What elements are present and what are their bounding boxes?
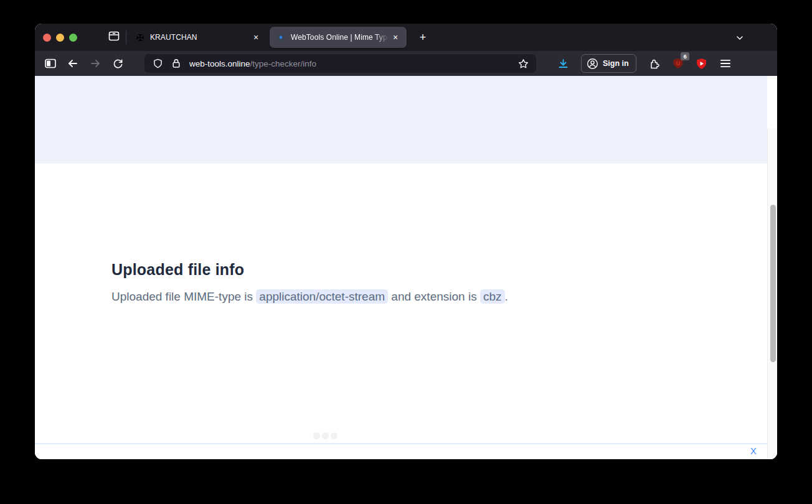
loading-dots xyxy=(313,432,338,439)
scrollbar-track[interactable] xyxy=(767,128,777,459)
downloads-button[interactable] xyxy=(553,54,573,73)
adblock-for-youtube-button[interactable] xyxy=(692,54,712,73)
new-tab-button[interactable]: + xyxy=(414,29,432,46)
url-bar[interactable]: web-tools.online/type-checker/info xyxy=(144,54,536,73)
account-icon xyxy=(587,58,598,70)
traffic-lights xyxy=(43,34,77,42)
tab-webtools-active[interactable]: WebTools Online | Mime Type Ch × xyxy=(270,27,407,48)
maltese-cross-favicon: ✠ xyxy=(135,32,145,42)
firefox-view-button[interactable] xyxy=(103,28,125,47)
mime-type-value: application/octet-stream xyxy=(256,289,388,304)
app-menu-button[interactable] xyxy=(715,54,735,73)
firefox-view-icon xyxy=(108,30,120,45)
footer-divider xyxy=(35,443,767,444)
page-content: Uploaded file info Uploaded file MIME-ty… xyxy=(35,76,777,459)
ublock-origin-button[interactable]: 6 xyxy=(668,54,688,73)
body-suffix: . xyxy=(505,290,508,303)
ublock-badge: 6 xyxy=(681,52,689,60)
back-arrow-icon xyxy=(67,58,78,68)
url-path: /type-checker/info xyxy=(250,59,317,68)
close-window-button[interactable] xyxy=(43,34,51,42)
list-all-tabs-button[interactable] xyxy=(731,31,748,45)
page-title: Uploaded file info xyxy=(111,261,244,279)
hamburger-menu-icon xyxy=(720,59,731,68)
chevron-down-icon xyxy=(735,33,745,43)
body-middle: and extension is xyxy=(388,290,480,303)
toolbar-right-icons: Sign in 6 xyxy=(551,54,737,73)
tab-close-button[interactable]: × xyxy=(389,31,402,44)
blue-gear-favicon xyxy=(276,32,286,42)
tracking-protection-shield-icon[interactable] xyxy=(149,55,166,72)
forward-arrow-icon xyxy=(90,58,101,68)
tab-krautchan[interactable]: ✠ KRAUTCHAN × xyxy=(129,27,267,48)
ad-close-button[interactable]: X xyxy=(750,446,757,456)
tab-close-button[interactable]: × xyxy=(250,31,262,44)
dot xyxy=(331,432,338,439)
body-prefix: Uploaded file MIME-type is xyxy=(111,290,256,303)
forward-button[interactable] xyxy=(86,55,105,72)
bookmark-star-button[interactable] xyxy=(515,55,531,72)
red-play-shield-icon xyxy=(696,58,707,70)
extension-value: cbz xyxy=(480,289,505,304)
reload-icon xyxy=(113,58,123,69)
url-host: web-tools.online xyxy=(189,59,250,68)
puzzle-piece-icon xyxy=(649,58,659,69)
sidebar-icon xyxy=(45,58,56,68)
back-button[interactable] xyxy=(64,55,82,72)
tab-title: KRAUTCHAN xyxy=(150,33,250,42)
hero-band xyxy=(35,76,767,164)
scrollbar-thumb[interactable] xyxy=(770,205,776,362)
download-icon xyxy=(558,58,569,69)
url-text: web-tools.online/type-checker/info xyxy=(189,59,515,68)
tab-separator xyxy=(126,30,126,44)
dot xyxy=(322,432,329,439)
browser-window: ✠ KRAUTCHAN × xyxy=(35,24,777,459)
dot xyxy=(313,432,320,439)
reload-button[interactable] xyxy=(108,55,127,72)
sign-in-label: Sign in xyxy=(603,59,629,68)
tab-title: WebTools Online | Mime Type Ch xyxy=(291,33,389,42)
zoom-window-button[interactable] xyxy=(69,34,77,42)
minimize-window-button[interactable] xyxy=(56,34,64,42)
extensions-button[interactable] xyxy=(644,54,664,73)
tab-bar: ✠ KRAUTCHAN × xyxy=(35,24,777,51)
sign-in-button[interactable]: Sign in xyxy=(581,54,636,73)
file-info-text: Uploaded file MIME-type is application/o… xyxy=(111,290,508,304)
navigation-toolbar: web-tools.online/type-checker/info xyxy=(35,51,777,76)
sidebar-toggle-button[interactable] xyxy=(41,55,60,72)
lock-icon[interactable] xyxy=(168,55,184,72)
